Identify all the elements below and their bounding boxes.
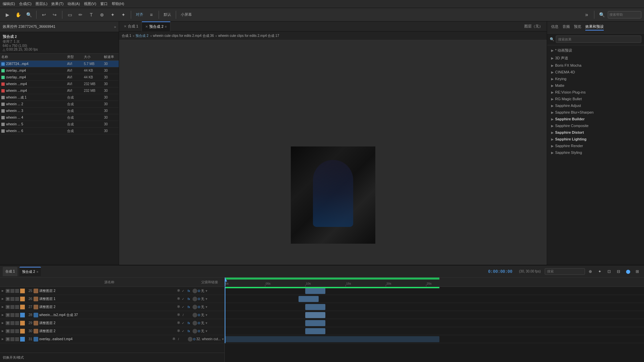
effect-group[interactable]: ▶ Matte bbox=[547, 82, 644, 89]
layer-audio-icon[interactable] bbox=[10, 313, 14, 317]
track-bar[interactable] bbox=[305, 328, 325, 334]
track-bar[interactable] bbox=[305, 312, 325, 318]
layer-slash-switch[interactable]: ✓ bbox=[181, 289, 185, 293]
tool-text[interactable]: T bbox=[87, 10, 96, 19]
tool-rect[interactable]: ▭ bbox=[65, 10, 74, 19]
effect-group[interactable]: ▶ * 动画预设 bbox=[547, 47, 644, 54]
layer-slash-switch[interactable]: ✓ bbox=[181, 321, 185, 325]
file-row[interactable]: wheein ... 6 合成 30 bbox=[0, 128, 119, 134]
file-row[interactable]: wheein ...mp4 AVI 232 MB 30 bbox=[0, 81, 119, 87]
effect-group-header[interactable]: ▶ Matte bbox=[547, 82, 644, 89]
layer-circle-btn[interactable] bbox=[193, 321, 197, 325]
layer-circle-btn[interactable] bbox=[193, 329, 197, 334]
layer-parent-icon[interactable]: ⊙ bbox=[198, 329, 200, 333]
search-icon[interactable]: 🔍 bbox=[597, 10, 606, 19]
file-row[interactable]: 2387724...mp4 AVI 5.7 MB 30 bbox=[0, 61, 119, 67]
layer-visibility-icon[interactable]: 👁 bbox=[6, 337, 10, 341]
layer-audio-icon[interactable] bbox=[10, 305, 14, 309]
timeline-search-input[interactable] bbox=[545, 268, 585, 275]
layer-parent-icon[interactable]: ⊙ bbox=[198, 289, 200, 293]
layer-slash-switch[interactable]: / bbox=[176, 338, 181, 341]
tl-btn-5[interactable]: ⬤ bbox=[624, 267, 632, 276]
track-bar[interactable] bbox=[305, 288, 325, 294]
layer-slash-switch[interactable]: / bbox=[181, 313, 185, 317]
file-row[interactable]: overlay...mp4 AVI 44 KB 30 bbox=[0, 74, 119, 81]
layer-audio-icon[interactable] bbox=[10, 329, 14, 333]
comp-tab-1[interactable]: ✕ 合成 1 bbox=[120, 21, 142, 32]
layer-slash-switch[interactable]: ✓ bbox=[181, 297, 185, 301]
tl-tab-comp2-menu[interactable]: ≡ bbox=[37, 270, 38, 274]
layer-solo-switch[interactable]: 单 bbox=[176, 329, 181, 333]
timeline-tab-comp2[interactable]: 预合成 2 ≡ bbox=[19, 267, 41, 276]
layer-visibility-icon[interactable]: 👁 bbox=[6, 305, 10, 309]
tl-btn-3[interactable]: ⊡ bbox=[605, 267, 613, 276]
layer-parent-arrow[interactable]: ▼ bbox=[221, 338, 224, 341]
layer-circle-btn[interactable] bbox=[193, 289, 197, 293]
layer-fx-switch[interactable]: fx bbox=[185, 289, 192, 293]
tl-btn-4[interactable]: ⊟ bbox=[614, 267, 623, 276]
effect-group[interactable]: ▶ Sapphire Distort bbox=[547, 129, 644, 136]
layer-solo-switch[interactable]: 单 bbox=[176, 313, 181, 317]
align-options[interactable]: ≡ bbox=[147, 10, 156, 19]
layer-row[interactable]: ▶ 👁 25 调整图层 2 单 ✓ fx ⊙ 无 ▼ bbox=[0, 287, 224, 295]
effect-group-header[interactable]: ▶ * 动画预设 bbox=[547, 47, 644, 54]
layer-visibility-icon[interactable]: 👁 bbox=[6, 313, 10, 317]
layer-solo-icon[interactable] bbox=[15, 305, 19, 309]
comp-tab-2-close[interactable]: ✕ bbox=[145, 25, 148, 28]
layer-row[interactable]: ▶ 👁 29 调整图层 2 单 ✓ fx ⊙ 无 ▼ bbox=[0, 319, 224, 327]
file-row[interactable]: wheein ... 4 合成 30 bbox=[0, 114, 119, 121]
layer-parent-arrow[interactable]: ▼ bbox=[205, 305, 208, 309]
effect-group[interactable]: ▶ RG Magic Bullet bbox=[547, 96, 644, 102]
layer-solo-icon[interactable] bbox=[15, 321, 19, 325]
layer-audio-icon[interactable] bbox=[10, 337, 14, 341]
tool-hand[interactable]: ✋ bbox=[13, 10, 23, 19]
col-header-fps[interactable]: 帧速率 bbox=[104, 55, 117, 59]
file-row[interactable]: overlay...mp4 AVI 44 KB 30 bbox=[0, 67, 119, 74]
col-header-type[interactable]: 类型 bbox=[67, 55, 84, 59]
effect-group[interactable]: ▶ Sapphire Adjust bbox=[547, 102, 644, 109]
track-bar[interactable] bbox=[305, 304, 325, 310]
effect-group-header[interactable]: ▶ Sapphire Styling bbox=[547, 149, 644, 156]
col-header-size[interactable]: 大小 bbox=[84, 55, 104, 59]
tool-select[interactable]: ▶ bbox=[3, 10, 12, 19]
track-bar[interactable] bbox=[299, 296, 319, 302]
file-row[interactable]: wheein ...mp4 AVI 232 MB 30 bbox=[0, 87, 119, 94]
layer-expand-icon[interactable]: ▶ bbox=[0, 305, 5, 308]
layer-solo-switch[interactable]: 单 bbox=[176, 305, 181, 309]
layer-solo-icon[interactable] bbox=[15, 337, 19, 341]
layer-parent-arrow[interactable]: ▼ bbox=[205, 329, 208, 333]
menu-item-animation[interactable]: 动画(A) bbox=[67, 1, 80, 6]
timeline-tab-comp1[interactable]: 合成 1 bbox=[3, 267, 17, 276]
tool-zoom[interactable]: 🔍 bbox=[24, 10, 34, 19]
layer-visibility-icon[interactable]: 👁 bbox=[6, 321, 10, 325]
tool-pen[interactable]: ✏ bbox=[76, 10, 85, 19]
track-bar[interactable] bbox=[225, 336, 439, 342]
tl-btn-6[interactable]: ⊞ bbox=[633, 267, 641, 276]
effect-group-header[interactable]: ▶ 3D 声道 bbox=[547, 54, 644, 62]
tl-btn-2[interactable]: ✦ bbox=[596, 267, 604, 276]
effect-group[interactable]: ▶ Sapphire Lighting bbox=[547, 136, 644, 142]
layer-fx-switch[interactable]: fx bbox=[185, 297, 192, 301]
layer-parent-arrow[interactable]: ▼ bbox=[205, 297, 208, 301]
effect-group-header[interactable]: ▶ Boris FX Mocha bbox=[547, 62, 644, 69]
align-label[interactable]: 对齐 bbox=[134, 12, 145, 17]
layer-expand-icon[interactable]: ▶ bbox=[0, 289, 5, 292]
layer-solo-icon[interactable] bbox=[15, 329, 19, 333]
effect-group[interactable]: ▶ RE:Vision Plug-ins bbox=[547, 89, 644, 96]
layer-parent-icon[interactable]: ⊙ bbox=[198, 305, 200, 309]
tl-switch-mode-btn[interactable]: 切换开关/模式 bbox=[3, 355, 24, 360]
workspace-label[interactable]: 默认 bbox=[162, 12, 173, 17]
effect-group-header[interactable]: ▶ RG Magic Bullet bbox=[547, 96, 644, 102]
workspace-extend[interactable]: » bbox=[582, 10, 591, 19]
effect-group-header[interactable]: ▶ Sapphire Builder bbox=[547, 116, 644, 122]
tool-shape[interactable]: ✦ bbox=[108, 10, 117, 19]
effect-group[interactable]: ▶ Sapphire Render bbox=[547, 142, 644, 149]
comp-tab-2[interactable]: ✕ 预合成 2 ≡ bbox=[142, 21, 170, 32]
effect-group[interactable]: ▶ 3D 声道 bbox=[547, 54, 644, 62]
layer-solo-icon[interactable] bbox=[15, 313, 19, 317]
layer-parent-arrow[interactable]: ▼ bbox=[205, 321, 208, 325]
file-row[interactable]: wheein ...成 1 合成 30 bbox=[0, 94, 119, 101]
effect-group-header[interactable]: ▶ Sapphire Render bbox=[547, 142, 644, 149]
layer-parent-arrow[interactable]: ▼ bbox=[205, 289, 208, 293]
effect-group-header[interactable]: ▶ Sapphire Distort bbox=[547, 129, 644, 136]
